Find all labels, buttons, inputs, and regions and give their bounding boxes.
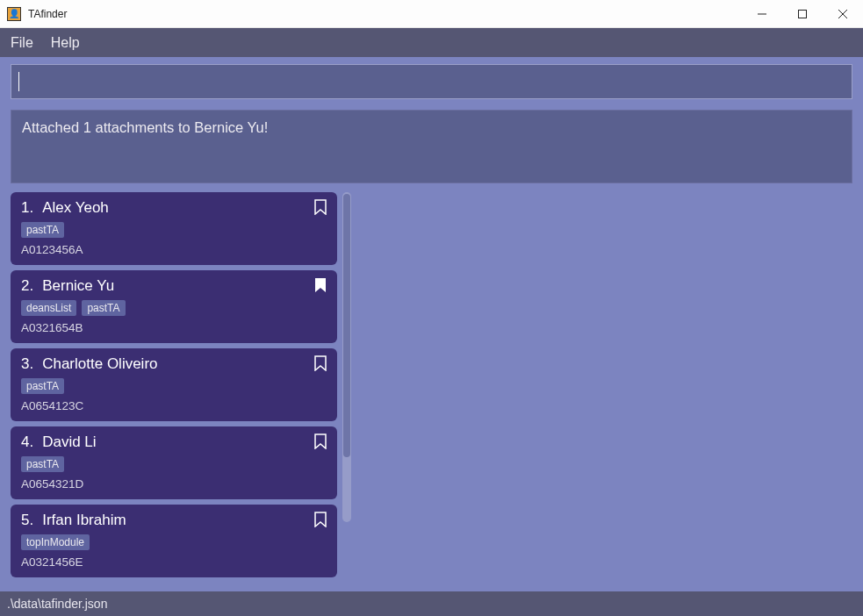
person-card-header: 4.David Li [21,433,327,451]
bookmark-toggle[interactable] [314,199,327,215]
bookmark-toggle[interactable] [314,512,327,527]
person-tags: pastTA [21,456,327,472]
menu-file[interactable]: File [11,35,33,51]
person-index: 2. [21,277,33,295]
person-tags: pastTA [21,222,327,238]
maximize-button[interactable] [782,0,823,28]
person-name: Irfan Ibrahim [42,512,126,529]
person-id: A0321456E [21,555,327,569]
result-message: Attached 1 attachments to Bernice Yu! [22,119,268,135]
person-card[interactable]: 3.Charlotte OliveiropastTAA0654123C [11,348,337,421]
person-name: Bernice Yu [42,277,114,295]
person-name: Alex Yeoh [42,199,109,217]
tag: pastTA [21,456,64,472]
bookmark-toggle[interactable] [314,355,327,371]
scrollbar[interactable] [342,192,351,522]
person-card[interactable]: 1.Alex YeohpastTAA0123456A [11,192,337,265]
close-icon [838,10,847,18]
bookmark-filled-icon [314,277,327,293]
tag: topInModule [21,534,90,550]
person-id: A0654123C [21,399,327,412]
menu-help[interactable]: Help [51,35,80,51]
person-index: 4. [21,433,33,451]
tag: pastTA [21,222,64,238]
person-index: 5. [21,512,33,529]
command-input[interactable] [11,64,852,99]
person-card-header: 3.Charlotte Oliveiro [21,355,327,373]
person-name: Charlotte Oliveiro [42,355,157,373]
bookmark-outline-icon [314,433,327,449]
person-card[interactable]: 5.Irfan IbrahimtopInModuleA0321456E [11,505,337,577]
tag: deansList [21,300,76,316]
person-tags: pastTA [21,378,327,394]
window-titlebar: 👤 TAfinder [0,0,863,28]
person-id: A0654321D [21,477,327,491]
person-id: A0123456A [21,243,327,256]
text-cursor [18,72,19,91]
person-card[interactable]: 4.David LipastTAA0654321D [11,426,337,499]
menu-bar: File Help [0,28,863,57]
maximize-icon [798,10,807,18]
detail-pane [356,192,852,591]
person-index: 1. [21,199,33,217]
person-card-header: 1.Alex Yeoh [21,199,327,217]
bookmark-outline-icon [314,512,327,527]
tag: pastTA [21,378,64,394]
svg-rect-1 [799,10,807,18]
app-body: Attached 1 attachments to Bernice Yu! 1.… [0,57,863,591]
person-card[interactable]: 2.Bernice YudeansListpastTAA0321654B [11,270,337,343]
result-display: Attached 1 attachments to Bernice Yu! [11,110,852,183]
person-card-header: 2.Bernice Yu [21,277,327,295]
scrollbar-thumb[interactable] [343,194,350,457]
bookmark-toggle[interactable] [314,277,327,293]
bookmark-toggle[interactable] [314,433,327,449]
window-title: TAfinder [28,8,67,20]
person-tags: deansListpastTA [21,300,327,316]
bookmark-outline-icon [314,355,327,371]
person-id: A0321654B [21,321,327,334]
minimize-button[interactable] [742,0,782,28]
bookmark-outline-icon [314,199,327,215]
status-path: .\data\tafinder.json [7,597,107,611]
person-name: David Li [42,433,96,451]
person-tags: topInModule [21,534,327,550]
app-icon: 👤 [7,7,21,21]
status-bar: .\data\tafinder.json [0,591,863,616]
person-index: 3. [21,355,33,373]
tag: pastTA [82,300,125,316]
person-list-pane: 1.Alex YeohpastTAA0123456A2.Bernice Yude… [11,192,351,591]
close-button[interactable] [823,0,863,28]
minimize-icon [758,10,766,18]
person-card-header: 5.Irfan Ibrahim [21,512,327,529]
